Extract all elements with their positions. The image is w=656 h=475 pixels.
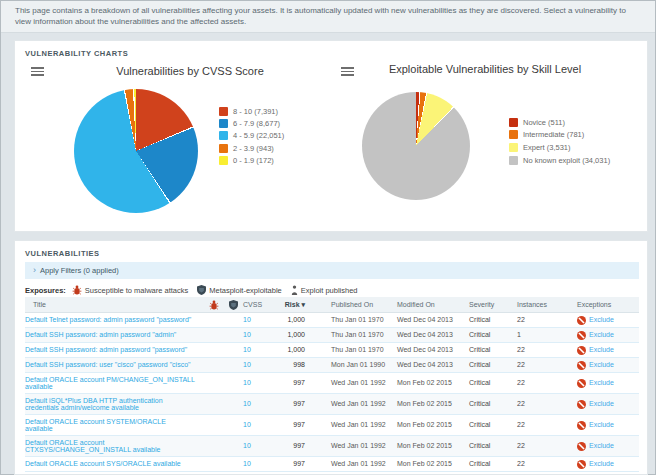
table-body: Default Telnet password: admin password … [25,313,639,472]
exclude-icon [577,460,586,469]
published-date: Thu Jan 01 1970 [313,316,395,324]
vulnerability-title-link[interactable]: Default ORACLE account CTXSYS/CHANGE_ON_… [25,439,205,454]
legend-item[interactable]: Novice (511) [509,116,610,129]
legend-item[interactable]: 0 - 1.9 (172) [219,155,284,167]
exclude-button[interactable]: Exclude [555,460,639,469]
instances-value: 22 [515,361,555,369]
chart2-menu-icon[interactable] [341,67,354,76]
chevron-right-icon: › [33,265,36,275]
exclude-icon [577,421,586,430]
vulnerabilities-table: Title CVSS Risk ▾ Published On Modified … [25,297,639,472]
cvss-value-link[interactable]: 10 [243,361,273,369]
column-header-cvss[interactable]: CVSS [243,301,273,308]
risk-value: 997 [273,460,313,468]
column-header-published[interactable]: Published On [313,301,395,308]
legend-item[interactable]: 4 - 5.9 (22,051) [219,130,284,142]
instances-value: 22 [515,379,555,387]
cvss-value-link[interactable]: 10 [243,442,273,450]
vulnerability-title-link[interactable]: Default Telnet password: admin password … [25,316,205,324]
published-date: Thu Jan 01 1970 [313,346,395,354]
exclude-label: Exclude [589,442,614,450]
exploit-published-icon [291,285,298,295]
severity-value: Critical [459,346,515,354]
exclude-button[interactable]: Exclude [555,316,639,325]
vulnerability-title-link[interactable]: Default SSH password: admin password "pa… [25,346,205,354]
cvss-value-link[interactable]: 10 [243,331,273,339]
bug-icon [209,300,219,310]
column-header-modified[interactable]: Modified On [395,301,459,308]
cvss-value-link[interactable]: 10 [243,421,273,429]
legend-item[interactable]: 8 - 10 (7,391) [219,105,284,117]
exclude-button[interactable]: Exclude [555,379,639,388]
legend-label: Expert (3,531) [523,143,571,152]
exclude-label: Exclude [589,400,614,408]
modified-date: Wed Dec 04 2013 [395,316,459,324]
modified-date: Wed Dec 04 2013 [395,346,459,354]
metasploit-shield-icon [197,285,206,295]
cvss-score-pie-chart[interactable] [74,89,198,213]
column-header-exceptions[interactable]: Exceptions [555,301,639,308]
vulnerability-title-link[interactable]: Default SSH password: admin password "ad… [25,331,205,339]
risk-value: 997 [273,379,313,387]
metasploit-column-icon[interactable] [223,300,243,310]
modified-date: Mon Feb 02 2015 [395,400,459,408]
legend-item[interactable]: No known exploit (34,031) [509,154,610,167]
exclude-label: Exclude [589,460,614,468]
apply-filters-bar[interactable]: ›Apply Filters (0 applied) [25,262,639,279]
legend-swatch [219,131,228,140]
modified-date: Wed Dec 04 2013 [395,361,459,369]
cvss-value-link[interactable]: 10 [243,400,273,408]
vulnerability-title-link[interactable]: Default ORACLE account PM/CHANGE_ON_INST… [25,376,205,391]
cvss-value-link[interactable]: 10 [243,316,273,324]
published-date: Wed Jan 01 1992 [313,460,395,468]
banner-text: This page contains a breakdown of all vu… [15,6,626,26]
published-date: Wed Jan 01 1992 [313,442,395,450]
column-header-title[interactable]: Title [25,301,205,308]
legend-label: Intermediate (781) [523,130,584,139]
column-header-risk[interactable]: Risk ▾ [273,301,313,309]
vulnerability-title-link[interactable]: Default SSH password: user "cisco" passw… [25,361,205,369]
modified-date: Mon Feb 02 2015 [395,421,459,429]
vulnerability-charts-panel: VULNERABILITY CHARTS Vulnerabilities by … [14,40,648,232]
malware-bug-column-icon[interactable] [205,300,223,310]
severity-value: Critical [459,379,515,387]
table-row: Default iSQL*Plus DBA HTTP authenticatio… [25,394,639,415]
table-row: Default SSH password: admin password "pa… [25,343,639,358]
legend-item[interactable]: Intermediate (781) [509,129,610,142]
legend-item[interactable]: Expert (3,531) [509,141,610,154]
cvss-value-link[interactable]: 10 [243,379,273,387]
exclude-button[interactable]: Exclude [555,331,639,340]
legend-item[interactable]: 6 - 7.9 (8,677) [219,117,284,129]
cvss-value-link[interactable]: 10 [243,460,273,468]
apply-filters-label: Apply Filters (0 applied) [40,266,119,275]
severity-value: Critical [459,421,515,429]
legend-swatch [219,107,228,116]
legend-item[interactable]: 2 - 3.9 (943) [219,142,284,154]
vulnerability-title-link[interactable]: Default iSQL*Plus DBA HTTP authenticatio… [25,397,205,412]
cvss-score-legend: 8 - 10 (7,391)6 - 7.9 (8,677)4 - 5.9 (22… [219,105,284,167]
column-header-severity[interactable]: Severity [459,301,515,308]
column-header-instances[interactable]: Instances [515,301,555,308]
exposure-item-label: Susceptible to malware attacks [85,286,188,295]
instances-value: 22 [515,442,555,450]
exclude-icon [577,331,586,340]
legend-label: 8 - 10 (7,391) [233,107,278,116]
exclude-icon [577,346,586,355]
exclude-button[interactable]: Exclude [555,400,639,409]
vulnerability-title-link[interactable]: Default ORACLE account SYS/ORACLE availa… [25,460,205,468]
cvss-value-link[interactable]: 10 [243,346,273,354]
exclude-button[interactable]: Exclude [555,442,639,451]
instances-value: 22 [515,316,555,324]
exclude-button[interactable]: Exclude [555,361,639,370]
exclude-label: Exclude [589,346,614,354]
exclude-button[interactable]: Exclude [555,421,639,430]
vulnerabilities-panel-title: VULNERABILITIES [25,249,100,258]
skill-level-pie-chart[interactable] [362,92,470,200]
published-date: Wed Jan 01 1992 [313,400,395,408]
exclude-button[interactable]: Exclude [555,346,639,355]
chart1-menu-icon[interactable] [31,67,44,76]
table-row: Default SSH password: user "cisco" passw… [25,358,639,373]
vulnerability-title-link[interactable]: Default ORACLE account SYSTEM/ORACLE ava… [25,418,205,433]
modified-date: Mon Feb 02 2015 [395,442,459,450]
exposure-item-label: Exploit published [301,286,358,295]
